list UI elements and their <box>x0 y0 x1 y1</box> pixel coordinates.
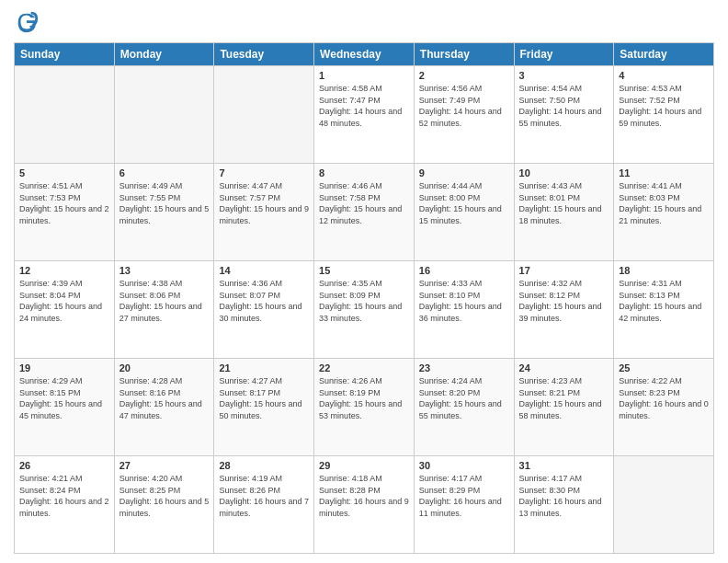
day-number: 19 <box>19 362 109 373</box>
day-info: Sunrise: 4:32 AMSunset: 8:12 PMDaylight:… <box>519 278 609 324</box>
header <box>14 9 714 35</box>
day-info: Sunrise: 4:24 AMSunset: 8:20 PMDaylight:… <box>419 375 509 421</box>
calendar-cell: 5Sunrise: 4:51 AMSunset: 7:53 PMDaylight… <box>15 164 115 261</box>
day-number: 20 <box>119 362 210 373</box>
day-info: Sunrise: 4:19 AMSunset: 8:26 PMDaylight:… <box>219 473 309 519</box>
calendar-cell <box>214 66 314 164</box>
calendar-cell: 16Sunrise: 4:33 AMSunset: 8:10 PMDayligh… <box>414 261 514 359</box>
calendar-cell: 20Sunrise: 4:28 AMSunset: 8:16 PMDayligh… <box>114 359 214 456</box>
calendar-cell: 12Sunrise: 4:39 AMSunset: 8:04 PMDayligh… <box>15 261 115 359</box>
day-number: 10 <box>519 167 609 178</box>
day-info: Sunrise: 4:22 AMSunset: 8:23 PMDaylight:… <box>619 375 709 421</box>
day-number: 12 <box>19 265 109 276</box>
day-info: Sunrise: 4:33 AMSunset: 8:10 PMDaylight:… <box>419 278 509 324</box>
calendar-cell: 1Sunrise: 4:58 AMSunset: 7:47 PMDaylight… <box>314 66 415 164</box>
page: Sunday Monday Tuesday Wednesday Thursday… <box>0 0 728 563</box>
calendar-week-row: 19Sunrise: 4:29 AMSunset: 8:15 PMDayligh… <box>15 359 714 456</box>
header-monday: Monday <box>114 43 214 66</box>
day-info: Sunrise: 4:27 AMSunset: 8:17 PMDaylight:… <box>219 375 309 421</box>
day-number: 15 <box>319 265 409 276</box>
calendar-cell: 19Sunrise: 4:29 AMSunset: 8:15 PMDayligh… <box>15 359 115 456</box>
day-number: 11 <box>619 167 709 178</box>
calendar-cell: 21Sunrise: 4:27 AMSunset: 8:17 PMDayligh… <box>214 359 314 456</box>
day-number: 6 <box>119 167 210 178</box>
day-info: Sunrise: 4:20 AMSunset: 8:25 PMDaylight:… <box>119 473 210 519</box>
header-tuesday: Tuesday <box>214 43 314 66</box>
calendar-cell: 31Sunrise: 4:17 AMSunset: 8:30 PMDayligh… <box>514 456 614 554</box>
day-info: Sunrise: 4:35 AMSunset: 8:09 PMDaylight:… <box>319 278 409 324</box>
day-info: Sunrise: 4:17 AMSunset: 8:29 PMDaylight:… <box>419 473 509 519</box>
header-friday: Friday <box>514 43 614 66</box>
day-number: 13 <box>119 265 210 276</box>
day-info: Sunrise: 4:49 AMSunset: 7:55 PMDaylight:… <box>119 180 210 226</box>
day-info: Sunrise: 4:26 AMSunset: 8:19 PMDaylight:… <box>319 375 409 421</box>
calendar-cell <box>114 66 214 164</box>
day-number: 3 <box>519 70 609 81</box>
calendar-cell: 17Sunrise: 4:32 AMSunset: 8:12 PMDayligh… <box>514 261 614 359</box>
calendar-cell: 22Sunrise: 4:26 AMSunset: 8:19 PMDayligh… <box>314 359 415 456</box>
calendar-cell: 13Sunrise: 4:38 AMSunset: 8:06 PMDayligh… <box>114 261 214 359</box>
day-number: 1 <box>319 70 409 81</box>
calendar-cell: 29Sunrise: 4:18 AMSunset: 8:28 PMDayligh… <box>314 456 415 554</box>
calendar-cell: 15Sunrise: 4:35 AMSunset: 8:09 PMDayligh… <box>314 261 415 359</box>
calendar-cell: 27Sunrise: 4:20 AMSunset: 8:25 PMDayligh… <box>114 456 214 554</box>
day-info: Sunrise: 4:54 AMSunset: 7:50 PMDaylight:… <box>519 83 609 129</box>
calendar-cell: 18Sunrise: 4:31 AMSunset: 8:13 PMDayligh… <box>614 261 714 359</box>
calendar-cell <box>15 66 115 164</box>
day-number: 28 <box>219 460 309 471</box>
day-info: Sunrise: 4:29 AMSunset: 8:15 PMDaylight:… <box>19 375 109 421</box>
day-number: 2 <box>419 70 509 81</box>
day-number: 16 <box>419 265 509 276</box>
day-number: 8 <box>319 167 409 178</box>
day-info: Sunrise: 4:51 AMSunset: 7:53 PMDaylight:… <box>19 180 109 226</box>
day-number: 27 <box>119 460 210 471</box>
calendar-cell: 4Sunrise: 4:53 AMSunset: 7:52 PMDaylight… <box>614 66 714 164</box>
calendar-cell: 3Sunrise: 4:54 AMSunset: 7:50 PMDaylight… <box>514 66 614 164</box>
day-number: 23 <box>419 362 509 373</box>
calendar-cell: 14Sunrise: 4:36 AMSunset: 8:07 PMDayligh… <box>214 261 314 359</box>
day-info: Sunrise: 4:46 AMSunset: 7:58 PMDaylight:… <box>319 180 409 226</box>
day-info: Sunrise: 4:28 AMSunset: 8:16 PMDaylight:… <box>119 375 210 421</box>
calendar-cell: 26Sunrise: 4:21 AMSunset: 8:24 PMDayligh… <box>15 456 115 554</box>
header-thursday: Thursday <box>414 43 514 66</box>
day-number: 17 <box>519 265 609 276</box>
calendar-header-row: Sunday Monday Tuesday Wednesday Thursday… <box>15 43 714 66</box>
day-number: 31 <box>519 460 609 471</box>
calendar-cell: 11Sunrise: 4:41 AMSunset: 8:03 PMDayligh… <box>614 164 714 261</box>
day-info: Sunrise: 4:47 AMSunset: 7:57 PMDaylight:… <box>219 180 309 226</box>
day-number: 25 <box>619 362 709 373</box>
calendar-cell: 8Sunrise: 4:46 AMSunset: 7:58 PMDaylight… <box>314 164 415 261</box>
day-number: 14 <box>219 265 309 276</box>
calendar-cell: 2Sunrise: 4:56 AMSunset: 7:49 PMDaylight… <box>414 66 514 164</box>
day-info: Sunrise: 4:31 AMSunset: 8:13 PMDaylight:… <box>619 278 709 324</box>
day-info: Sunrise: 4:41 AMSunset: 8:03 PMDaylight:… <box>619 180 709 226</box>
calendar-cell: 23Sunrise: 4:24 AMSunset: 8:20 PMDayligh… <box>414 359 514 456</box>
calendar-cell: 7Sunrise: 4:47 AMSunset: 7:57 PMDaylight… <box>214 164 314 261</box>
header-wednesday: Wednesday <box>314 43 415 66</box>
day-info: Sunrise: 4:44 AMSunset: 8:00 PMDaylight:… <box>419 180 509 226</box>
day-number: 7 <box>219 167 309 178</box>
day-number: 24 <box>519 362 609 373</box>
day-info: Sunrise: 4:58 AMSunset: 7:47 PMDaylight:… <box>319 83 409 129</box>
day-info: Sunrise: 4:17 AMSunset: 8:30 PMDaylight:… <box>519 473 609 519</box>
day-info: Sunrise: 4:18 AMSunset: 8:28 PMDaylight:… <box>319 473 409 519</box>
day-info: Sunrise: 4:36 AMSunset: 8:07 PMDaylight:… <box>219 278 309 324</box>
calendar-cell: 25Sunrise: 4:22 AMSunset: 8:23 PMDayligh… <box>614 359 714 456</box>
header-sunday: Sunday <box>15 43 115 66</box>
day-number: 4 <box>619 70 709 81</box>
day-info: Sunrise: 4:39 AMSunset: 8:04 PMDaylight:… <box>19 278 109 324</box>
calendar-cell: 28Sunrise: 4:19 AMSunset: 8:26 PMDayligh… <box>214 456 314 554</box>
day-info: Sunrise: 4:56 AMSunset: 7:49 PMDaylight:… <box>419 83 509 129</box>
calendar-week-row: 12Sunrise: 4:39 AMSunset: 8:04 PMDayligh… <box>15 261 714 359</box>
logo-icon <box>14 9 40 35</box>
calendar-cell: 30Sunrise: 4:17 AMSunset: 8:29 PMDayligh… <box>414 456 514 554</box>
day-number: 5 <box>19 167 109 178</box>
day-info: Sunrise: 4:53 AMSunset: 7:52 PMDaylight:… <box>619 83 709 129</box>
day-number: 26 <box>19 460 109 471</box>
calendar-cell: 6Sunrise: 4:49 AMSunset: 7:55 PMDaylight… <box>114 164 214 261</box>
calendar-cell: 10Sunrise: 4:43 AMSunset: 8:01 PMDayligh… <box>514 164 614 261</box>
day-number: 18 <box>619 265 709 276</box>
day-info: Sunrise: 4:38 AMSunset: 8:06 PMDaylight:… <box>119 278 210 324</box>
calendar-cell: 9Sunrise: 4:44 AMSunset: 8:00 PMDaylight… <box>414 164 514 261</box>
calendar-week-row: 5Sunrise: 4:51 AMSunset: 7:53 PMDaylight… <box>15 164 714 261</box>
